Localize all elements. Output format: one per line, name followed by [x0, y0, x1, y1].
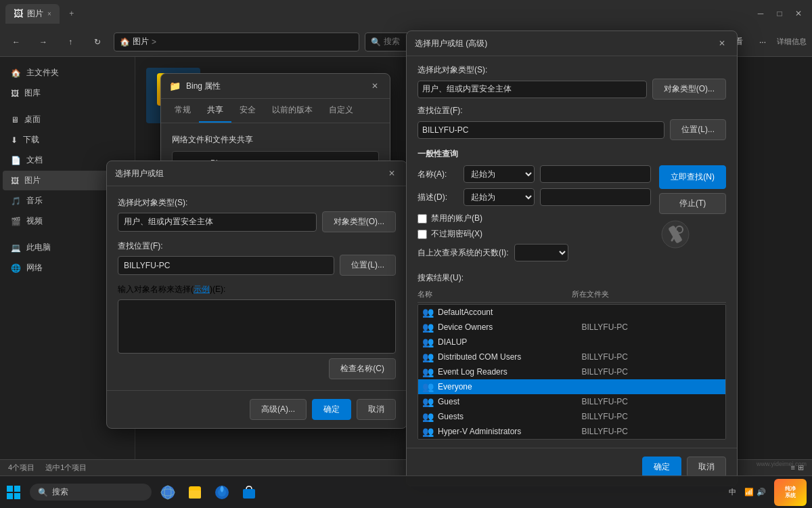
- stop-btn[interactable]: 停止(T): [659, 193, 726, 214]
- search-result-item[interactable]: 👥GuestsBILLYFU-PC: [418, 409, 725, 424]
- result-group-icon: 👥: [422, 352, 434, 362]
- search-result-item[interactable]: 👥DefaultAccount: [418, 305, 725, 320]
- desc-condition-select[interactable]: 起始为: [464, 188, 535, 206]
- result-name: Guests: [438, 412, 578, 421]
- sidebar-item-gallery[interactable]: 🖼 图库: [3, 83, 132, 103]
- forward-btn[interactable]: →: [32, 31, 54, 53]
- taskbar-time: 中: [729, 487, 736, 497]
- bing-dialog-close[interactable]: ✕: [368, 79, 382, 93]
- search-now-btn[interactable]: 立即查找(N): [659, 165, 726, 189]
- example-link[interactable]: 示例: [194, 284, 210, 294]
- desc-label: 描述(D):: [418, 192, 458, 203]
- search-result-item[interactable]: 👥Device OwnersBILLYFU-PC: [418, 320, 725, 335]
- search-result-item[interactable]: 👥Everyone: [418, 379, 725, 394]
- search-result-item[interactable]: 👥Hyper-V AdministratorsBILLYFU-PC: [418, 424, 725, 439]
- object-type-btn[interactable]: 对象类型(O)...: [322, 211, 396, 232]
- days-select[interactable]: [514, 244, 568, 261]
- taskbar-widget-btn[interactable]: [154, 479, 181, 506]
- select-user-close-btn[interactable]: ✕: [385, 167, 399, 180]
- sidebar-item-main-folder[interactable]: 🏠 主文件夹: [3, 63, 132, 83]
- more-btn[interactable]: ···: [754, 35, 771, 49]
- search-result-item[interactable]: 👥Event Log ReadersBILLYFU-PC: [418, 364, 725, 379]
- result-location: BILLYFU-PC: [582, 322, 722, 332]
- search-result-item[interactable]: 👥GuestBILLYFU-PC: [418, 394, 725, 409]
- watermark-text: 纯净系统: [785, 486, 796, 499]
- result-name: Distributed COM Users: [438, 352, 578, 362]
- query-rows: 名称(A): 起始为 描述(D): 起始为 禁用的账户(: [418, 165, 726, 267]
- location-btn[interactable]: 位置(L)...: [340, 255, 396, 276]
- location-row: 位置(L)...: [118, 255, 396, 276]
- check-names-btn[interactable]: 检查名称(C): [329, 358, 396, 379]
- close-btn[interactable]: ✕: [790, 5, 807, 22]
- adv-object-type-row: 对象类型(O)...: [418, 79, 726, 100]
- object-name-textarea[interactable]: [118, 299, 396, 354]
- disabled-accounts-label: 禁用的账户(B): [431, 213, 482, 224]
- advanced-btn[interactable]: 高级(A)...: [250, 399, 307, 420]
- desc-value-input[interactable]: [540, 188, 651, 206]
- back-btn[interactable]: ←: [5, 31, 27, 53]
- tab-close-btn[interactable]: ×: [47, 10, 51, 18]
- name-value-input[interactable]: [540, 165, 651, 183]
- adv-location-row: 位置(L)...: [418, 119, 726, 140]
- select-user-title: 选择用户或组: [115, 168, 380, 179]
- adv-cancel-btn[interactable]: 取消: [687, 457, 726, 478]
- sidebar-item-desktop[interactable]: 🖥 桌面: [3, 110, 132, 129]
- taskbar-browser-btn[interactable]: [208, 479, 235, 506]
- sidebar-item-downloads[interactable]: ⬇ 下载: [3, 130, 132, 150]
- watermark-logo[interactable]: 纯净系统: [774, 479, 807, 506]
- minimize-btn[interactable]: ─: [752, 5, 769, 22]
- add-tab-btn[interactable]: +: [62, 4, 81, 23]
- location-input[interactable]: [118, 256, 334, 275]
- adv-object-type-btn[interactable]: 对象类型(O)...: [652, 79, 726, 100]
- start-btn[interactable]: [0, 479, 27, 506]
- sidebar-this-pc-label: 此电脑: [26, 242, 51, 253]
- name-condition-select[interactable]: 起始为: [464, 165, 535, 183]
- general-query-title: 一般性查询: [418, 148, 726, 160]
- name-label: 名称(A):: [418, 169, 458, 180]
- input-label-end: )(E):: [210, 284, 225, 294]
- this-pc-icon: 💻: [11, 243, 21, 253]
- network-icon: 🌐: [11, 263, 21, 273]
- taskbar-search[interactable]: 🔍 搜索: [30, 484, 152, 501]
- up-btn[interactable]: ↑: [60, 31, 81, 53]
- search-result-item[interactable]: 👥Distributed COM UsersBILLYFU-PC: [418, 350, 725, 364]
- wifi-icon[interactable]: 📶: [744, 488, 754, 496]
- address-text: 图片: [133, 36, 149, 47]
- detail-view-label: 详细信息: [777, 37, 807, 47]
- adv-ok-btn[interactable]: 确定: [642, 457, 681, 478]
- tab-security[interactable]: 安全: [231, 99, 264, 123]
- advanced-dialog-close-btn[interactable]: ✕: [715, 37, 729, 50]
- address-bar[interactable]: 🏠 图片 >: [114, 33, 359, 51]
- tab-share[interactable]: 共享: [199, 99, 231, 123]
- desktop-icon: 🖥: [11, 115, 19, 125]
- search-label: 搜索: [52, 486, 68, 498]
- adv-location-input[interactable]: [418, 121, 664, 139]
- tab-custom[interactable]: 自定义: [321, 99, 361, 123]
- adv-location-btn[interactable]: 位置(L)...: [670, 119, 726, 140]
- object-type-input[interactable]: [118, 213, 317, 232]
- search-result-item[interactable]: 👥DIALUP: [418, 335, 725, 350]
- taskbar-store-btn[interactable]: [235, 479, 263, 506]
- no-expire-checkbox[interactable]: [418, 230, 427, 239]
- volume-icon[interactable]: 🔊: [757, 488, 766, 496]
- taskbar-explorer-btn[interactable]: [181, 479, 208, 506]
- ok-btn[interactable]: 确定: [312, 399, 351, 420]
- search-placeholder: 搜索: [384, 36, 400, 47]
- refresh-btn[interactable]: ↻: [87, 31, 108, 53]
- tab-general[interactable]: 常规: [166, 99, 199, 123]
- days-row: 自上次查录系统的天数(I):: [418, 244, 651, 261]
- results-label: 搜索结果(U):: [418, 272, 726, 284]
- cancel-btn[interactable]: 取消: [357, 399, 396, 420]
- input-label: 输入对象名称来选择(: [118, 284, 194, 294]
- result-group-icon: 👥: [422, 426, 434, 437]
- adv-object-type-input[interactable]: [418, 81, 647, 98]
- search-result-item[interactable]: 👥IIS_IUSRS: [418, 439, 725, 440]
- tab-previous-versions[interactable]: 以前的版本: [264, 99, 321, 123]
- result-name: Everyone: [438, 382, 578, 391]
- name-row: 名称(A): 起始为: [418, 165, 651, 183]
- maximize-btn[interactable]: □: [771, 5, 788, 22]
- checkboxes: 禁用的账户(B) 不过期密码(X): [418, 213, 651, 240]
- disabled-accounts-checkbox[interactable]: [418, 214, 427, 224]
- tab-pictures[interactable]: 🖼 图片 ×: [5, 4, 60, 24]
- search-results-list[interactable]: 👥DefaultAccount👥Device OwnersBILLYFU-PC👥…: [418, 304, 726, 440]
